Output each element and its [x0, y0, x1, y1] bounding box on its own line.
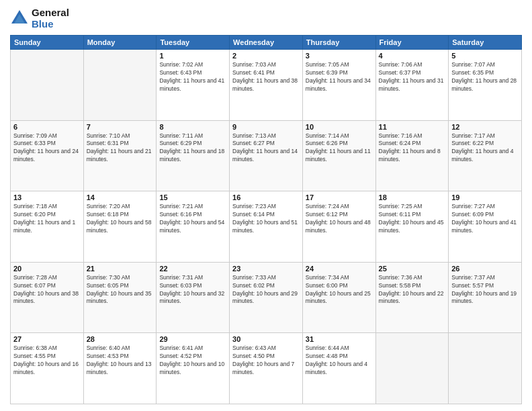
calendar-cell: 31Sunrise: 6:44 AM Sunset: 4:48 PM Dayli…: [302, 333, 375, 404]
day-number: 20: [13, 265, 81, 273]
calendar-cell: 6Sunrise: 7:09 AM Sunset: 6:33 PM Daylig…: [11, 120, 84, 191]
day-number: 6: [13, 123, 81, 131]
day-info: Sunrise: 7:28 AM Sunset: 6:07 PM Dayligh…: [13, 274, 81, 306]
day-number: 27: [13, 335, 81, 343]
logo-icon: [10, 9, 29, 28]
day-info: Sunrise: 7:21 AM Sunset: 6:16 PM Dayligh…: [159, 203, 226, 235]
week-row-1: 1Sunrise: 7:02 AM Sunset: 6:43 PM Daylig…: [11, 50, 522, 121]
weekday-wednesday: Wednesday: [230, 36, 303, 50]
weekday-header-row: SundayMondayTuesdayWednesdayThursdayFrid…: [11, 36, 522, 50]
day-number: 13: [13, 193, 81, 201]
calendar-cell: 13Sunrise: 7:18 AM Sunset: 6:20 PM Dayli…: [11, 191, 84, 263]
day-number: 15: [159, 193, 226, 201]
calendar-cell: 29Sunrise: 6:41 AM Sunset: 4:52 PM Dayli…: [157, 333, 230, 404]
weekday-saturday: Saturday: [449, 36, 522, 50]
calendar-cell: [83, 50, 157, 121]
calendar-cell: 23Sunrise: 7:33 AM Sunset: 6:02 PM Dayli…: [230, 262, 303, 333]
calendar-cell: [449, 333, 522, 404]
calendar-cell: 15Sunrise: 7:21 AM Sunset: 6:16 PM Dayli…: [157, 191, 230, 263]
day-number: 4: [379, 52, 446, 60]
day-number: 1: [159, 52, 226, 60]
week-row-3: 13Sunrise: 7:18 AM Sunset: 6:20 PM Dayli…: [11, 191, 522, 263]
day-number: 10: [306, 123, 373, 131]
day-number: 31: [306, 335, 373, 343]
day-number: 8: [159, 123, 226, 131]
calendar-cell: 7Sunrise: 7:10 AM Sunset: 6:31 PM Daylig…: [83, 120, 157, 191]
day-number: 25: [379, 265, 446, 273]
day-info: Sunrise: 6:43 AM Sunset: 4:50 PM Dayligh…: [232, 345, 300, 377]
day-info: Sunrise: 6:41 AM Sunset: 4:52 PM Dayligh…: [159, 345, 226, 377]
calendar-cell: 12Sunrise: 7:17 AM Sunset: 6:22 PM Dayli…: [449, 120, 522, 191]
day-info: Sunrise: 7:14 AM Sunset: 6:26 PM Dayligh…: [306, 132, 373, 165]
day-info: Sunrise: 6:38 AM Sunset: 4:55 PM Dayligh…: [13, 345, 81, 377]
day-number: 18: [379, 193, 446, 201]
calendar-cell: 20Sunrise: 7:28 AM Sunset: 6:07 PM Dayli…: [11, 262, 84, 333]
logo: General Blue: [10, 7, 69, 30]
day-info: Sunrise: 7:34 AM Sunset: 6:00 PM Dayligh…: [306, 274, 373, 306]
day-number: 2: [232, 52, 300, 60]
day-info: Sunrise: 7:24 AM Sunset: 6:12 PM Dayligh…: [306, 203, 373, 235]
calendar-cell: 9Sunrise: 7:13 AM Sunset: 6:27 PM Daylig…: [230, 120, 303, 191]
weekday-thursday: Thursday: [302, 36, 375, 50]
day-info: Sunrise: 7:33 AM Sunset: 6:02 PM Dayligh…: [232, 274, 300, 306]
day-number: 22: [159, 265, 226, 273]
day-number: 23: [232, 265, 300, 273]
day-number: 7: [87, 123, 154, 131]
day-info: Sunrise: 7:13 AM Sunset: 6:27 PM Dayligh…: [232, 132, 300, 165]
day-info: Sunrise: 7:06 AM Sunset: 6:37 PM Dayligh…: [379, 61, 446, 93]
day-info: Sunrise: 7:36 AM Sunset: 5:58 PM Dayligh…: [379, 274, 446, 306]
calendar-cell: 18Sunrise: 7:25 AM Sunset: 6:11 PM Dayli…: [375, 191, 449, 263]
day-number: 16: [232, 193, 300, 201]
calendar-cell: 5Sunrise: 7:07 AM Sunset: 6:35 PM Daylig…: [449, 50, 522, 121]
calendar-cell: 26Sunrise: 7:37 AM Sunset: 5:57 PM Dayli…: [449, 262, 522, 333]
day-number: 24: [306, 265, 373, 273]
header: General Blue: [10, 7, 522, 30]
day-info: Sunrise: 7:09 AM Sunset: 6:33 PM Dayligh…: [13, 132, 81, 165]
calendar-cell: 8Sunrise: 7:11 AM Sunset: 6:29 PM Daylig…: [157, 120, 230, 191]
calendar-cell: 28Sunrise: 6:40 AM Sunset: 4:53 PM Dayli…: [83, 333, 157, 404]
calendar-cell: [375, 333, 449, 404]
calendar-cell: 22Sunrise: 7:31 AM Sunset: 6:03 PM Dayli…: [157, 262, 230, 333]
week-row-5: 27Sunrise: 6:38 AM Sunset: 4:55 PM Dayli…: [11, 333, 522, 404]
day-number: 30: [232, 335, 300, 343]
day-info: Sunrise: 7:20 AM Sunset: 6:18 PM Dayligh…: [87, 203, 154, 235]
calendar-table: SundayMondayTuesdayWednesdayThursdayFrid…: [10, 35, 522, 404]
day-info: Sunrise: 7:10 AM Sunset: 6:31 PM Dayligh…: [87, 132, 154, 165]
day-info: Sunrise: 7:30 AM Sunset: 6:05 PM Dayligh…: [87, 274, 154, 306]
day-number: 19: [451, 193, 519, 201]
day-info: Sunrise: 7:17 AM Sunset: 6:22 PM Dayligh…: [451, 132, 519, 165]
day-info: Sunrise: 7:31 AM Sunset: 6:03 PM Dayligh…: [159, 274, 226, 306]
calendar-cell: 1Sunrise: 7:02 AM Sunset: 6:43 PM Daylig…: [157, 50, 230, 121]
weekday-sunday: Sunday: [11, 36, 84, 50]
calendar-cell: 17Sunrise: 7:24 AM Sunset: 6:12 PM Dayli…: [302, 191, 375, 263]
page: General Blue SundayMondayTuesdayWednesda…: [0, 0, 532, 411]
day-number: 29: [159, 335, 226, 343]
calendar-cell: 3Sunrise: 7:05 AM Sunset: 6:39 PM Daylig…: [302, 50, 375, 121]
day-info: Sunrise: 6:44 AM Sunset: 4:48 PM Dayligh…: [306, 345, 373, 377]
calendar-cell: 25Sunrise: 7:36 AM Sunset: 5:58 PM Dayli…: [375, 262, 449, 333]
calendar-cell: 19Sunrise: 7:27 AM Sunset: 6:09 PM Dayli…: [449, 191, 522, 263]
day-number: 14: [87, 193, 154, 201]
day-number: 21: [87, 265, 154, 273]
calendar-cell: 30Sunrise: 6:43 AM Sunset: 4:50 PM Dayli…: [230, 333, 303, 404]
day-number: 5: [451, 52, 519, 60]
week-row-2: 6Sunrise: 7:09 AM Sunset: 6:33 PM Daylig…: [11, 120, 522, 191]
calendar-cell: 4Sunrise: 7:06 AM Sunset: 6:37 PM Daylig…: [375, 50, 449, 121]
calendar-cell: 24Sunrise: 7:34 AM Sunset: 6:00 PM Dayli…: [302, 262, 375, 333]
day-info: Sunrise: 7:02 AM Sunset: 6:43 PM Dayligh…: [159, 61, 226, 93]
day-number: 11: [379, 123, 446, 131]
weekday-friday: Friday: [375, 36, 449, 50]
day-info: Sunrise: 7:11 AM Sunset: 6:29 PM Dayligh…: [159, 132, 226, 165]
calendar-cell: 10Sunrise: 7:14 AM Sunset: 6:26 PM Dayli…: [302, 120, 375, 191]
day-info: Sunrise: 7:25 AM Sunset: 6:11 PM Dayligh…: [379, 203, 446, 235]
weekday-tuesday: Tuesday: [157, 36, 230, 50]
weekday-monday: Monday: [83, 36, 157, 50]
day-info: Sunrise: 7:05 AM Sunset: 6:39 PM Dayligh…: [306, 61, 373, 93]
day-number: 12: [451, 123, 519, 131]
calendar-cell: 16Sunrise: 7:23 AM Sunset: 6:14 PM Dayli…: [230, 191, 303, 263]
calendar-cell: 27Sunrise: 6:38 AM Sunset: 4:55 PM Dayli…: [11, 333, 84, 404]
day-info: Sunrise: 7:23 AM Sunset: 6:14 PM Dayligh…: [232, 203, 300, 235]
day-info: Sunrise: 7:16 AM Sunset: 6:24 PM Dayligh…: [379, 132, 446, 165]
logo-text: General Blue: [32, 7, 69, 30]
day-number: 17: [306, 193, 373, 201]
